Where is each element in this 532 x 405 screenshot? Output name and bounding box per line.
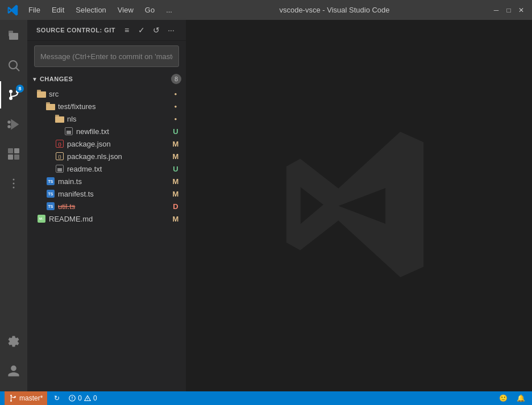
commit-input-area <box>27 41 186 72</box>
list-item[interactable]: TS main.ts M <box>27 175 186 187</box>
list-item[interactable]: M↓ README.md M <box>27 212 186 225</box>
panel-title: SOURCE CONTROL: GIT <box>36 27 115 34</box>
minimize-button[interactable]: ─ <box>492 6 500 14</box>
svg-rect-14 <box>14 155 19 160</box>
svg-point-9 <box>8 121 10 123</box>
activity-item-account[interactable] <box>0 357 27 385</box>
file-status: U <box>170 127 181 136</box>
statusbar-feedback[interactable]: 🙂 <box>497 391 510 405</box>
refresh-button[interactable]: ↺ <box>151 24 162 36</box>
activity-item-extensions[interactable] <box>0 140 27 168</box>
close-button[interactable]: ✕ <box>517 6 525 14</box>
activity-item-more[interactable] <box>0 170 27 197</box>
list-item[interactable]: TS util.ts D <box>27 200 186 212</box>
titlebar-menu: File Edit Selection View Go ... <box>24 5 177 15</box>
menu-file[interactable]: File <box>24 5 45 15</box>
file-status: M <box>170 152 181 161</box>
error-icon <box>69 395 76 402</box>
file-status: M <box>170 215 181 223</box>
stage-all-button[interactable]: ≡ <box>121 24 132 36</box>
svg-rect-11 <box>8 148 13 153</box>
file-name: package.nls.json <box>67 152 170 161</box>
svg-rect-23 <box>55 115 59 117</box>
menu-go[interactable]: Go <box>140 5 159 15</box>
activity-bar: 8 <box>0 20 27 391</box>
json-file-icon: {} <box>55 151 65 161</box>
changes-header[interactable]: ▼ CHANGES 8 <box>27 72 186 86</box>
menu-view[interactable]: View <box>113 5 138 15</box>
menu-selection[interactable]: Selection <box>71 5 110 15</box>
txt-file-icon <box>64 126 74 136</box>
activity-item-debug[interactable] <box>0 111 27 138</box>
list-item[interactable]: readme.txt U <box>27 162 186 175</box>
file-name: readme.txt <box>67 165 170 173</box>
titlebar: File Edit Selection View Go ... vscode-v… <box>0 0 532 20</box>
svg-rect-1 <box>9 33 18 40</box>
app-container: File Edit Selection View Go ... vscode-v… <box>0 0 532 405</box>
svg-rect-22 <box>55 116 64 123</box>
svg-rect-18 <box>37 91 46 98</box>
more-actions-button[interactable]: ··· <box>165 24 177 36</box>
commit-button[interactable]: ✓ <box>136 24 147 36</box>
changes-count: 8 <box>171 74 181 84</box>
list-item[interactable]: {} package.json M <box>27 137 186 150</box>
svg-point-6 <box>9 97 13 100</box>
activity-item-source-control[interactable]: 8 <box>0 81 27 108</box>
statusbar-errors[interactable]: 0 0 <box>66 391 99 405</box>
file-name: util.ts <box>58 202 170 211</box>
statusbar-branch[interactable]: master* <box>5 391 47 405</box>
svg-marker-8 <box>11 120 18 129</box>
panel-header: SOURCE CONTROL: GIT ≡ ✓ ↺ ··· <box>27 20 186 41</box>
activity-item-explorer[interactable] <box>0 22 27 49</box>
activity-item-search[interactable] <box>0 52 27 79</box>
svg-rect-19 <box>37 90 41 92</box>
statusbar-notifications[interactable]: 🔔 <box>514 391 527 405</box>
ts-file-icon: TS <box>45 189 56 199</box>
file-name: nls <box>67 115 170 123</box>
list-item[interactable]: TS manifest.ts M <box>27 187 186 200</box>
branch-icon <box>9 394 17 402</box>
file-name: README.md <box>49 215 170 223</box>
debug-icon <box>7 118 20 131</box>
file-status: ● <box>170 116 181 122</box>
svg-rect-12 <box>14 148 19 153</box>
maximize-button[interactable]: □ <box>505 6 513 14</box>
bell-icon: 🔔 <box>517 394 525 402</box>
file-name: test/fixtures <box>58 102 170 111</box>
file-name: newfile.txt <box>76 127 170 136</box>
smiley-icon: 🙂 <box>499 394 508 402</box>
list-item[interactable]: newfile.txt U <box>27 125 186 137</box>
svg-point-17 <box>13 187 15 189</box>
more-icon <box>7 177 20 190</box>
activity-item-settings[interactable] <box>0 328 27 355</box>
json-file-icon: {} <box>55 139 65 149</box>
vscode-watermark <box>274 119 444 292</box>
menu-edit[interactable]: Edit <box>47 5 69 15</box>
svg-rect-20 <box>46 104 55 110</box>
chevron-down-icon: ▼ <box>32 76 38 82</box>
svg-point-31 <box>87 399 88 400</box>
svg-point-15 <box>13 179 15 181</box>
svg-point-4 <box>9 90 13 93</box>
search-icon <box>7 59 20 72</box>
list-item[interactable]: test/fixtures ● <box>27 100 186 112</box>
statusbar-sync[interactable]: ↻ <box>52 391 62 405</box>
statusbar: master* ↻ 0 0 <box>0 391 532 405</box>
txt-file-icon <box>55 164 65 174</box>
menu-more[interactable]: ... <box>161 5 177 15</box>
explorer-icon <box>7 29 20 43</box>
list-item[interactable]: nls ● <box>27 112 186 125</box>
svg-point-25 <box>10 400 12 402</box>
file-status: ● <box>170 104 181 109</box>
list-item[interactable]: {} package.nls.json M <box>27 150 186 162</box>
svg-point-29 <box>72 399 73 400</box>
svg-point-2 <box>9 61 17 69</box>
file-name: main.ts <box>58 177 170 186</box>
branch-name: master* <box>19 394 43 402</box>
file-status: ● <box>170 91 181 97</box>
warning-icon <box>84 395 91 402</box>
commit-message-input[interactable] <box>34 45 179 67</box>
source-control-badge: 8 <box>16 85 24 93</box>
list-item[interactable]: src ● <box>27 87 186 100</box>
file-status: U <box>170 165 181 173</box>
